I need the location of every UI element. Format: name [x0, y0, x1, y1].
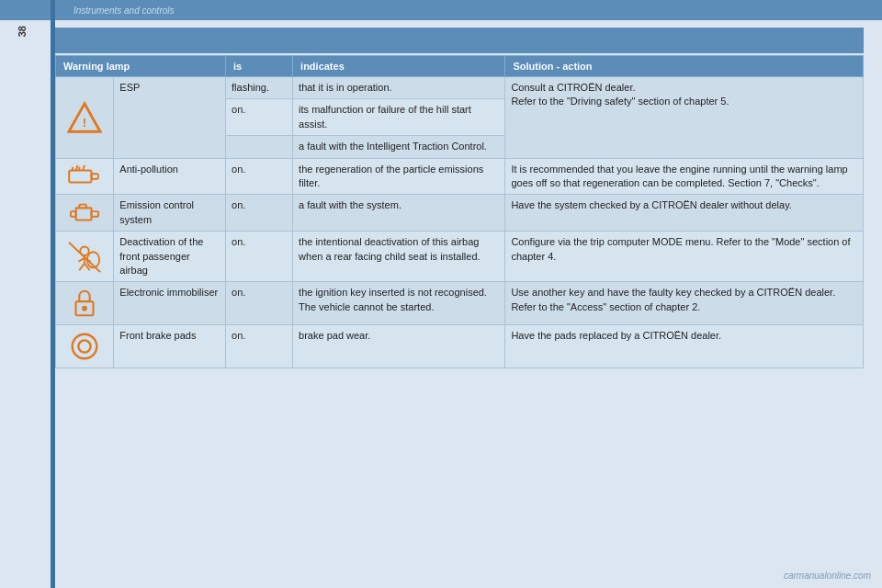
- header-solution: Solution - action: [505, 56, 864, 77]
- brake-icon: [60, 329, 109, 364]
- section-title: Instruments and controls: [74, 6, 175, 16]
- brake-solution: Have the pads replaced by a CITROËN deal…: [505, 325, 864, 368]
- antipollution-indicates: the regeneration of the particle emissio…: [293, 158, 505, 195]
- header-is: is: [226, 56, 293, 77]
- antipollution-icon: [60, 164, 109, 189]
- engine-svg-icon: [66, 199, 103, 227]
- title-row: [55, 28, 864, 53]
- immobiliser-svg-icon: [67, 286, 102, 321]
- esp-is-1: flashing.: [226, 77, 293, 99]
- table-row: ! ESP flashing. that it is in operation.…: [56, 77, 864, 99]
- svg-point-24: [73, 334, 97, 359]
- svg-point-25: [78, 341, 90, 353]
- warning-lamp-table: Warning lamp is indicates Solution - act…: [55, 55, 864, 368]
- airbag-indicates: the intentional deactivation of this air…: [293, 232, 505, 282]
- brake-svg-icon: [67, 329, 102, 364]
- esp-name: ESP: [114, 77, 226, 159]
- esp-indicates-2: its malfunction or failure of the hill s…: [293, 99, 505, 136]
- svg-line-18: [78, 258, 85, 262]
- table-row: Emission control system on. a fault with…: [56, 195, 864, 232]
- engine-icon: [60, 199, 109, 227]
- page-container: Instruments and controls 38 Warning lamp…: [0, 0, 882, 588]
- immobiliser-indicates: the ignition key inserted is not recogni…: [293, 282, 505, 325]
- airbag-is: on.: [226, 232, 293, 282]
- content-area: Warning lamp is indicates Solution - act…: [55, 28, 864, 368]
- esp-icon: !: [60, 100, 109, 135]
- engine-is: on.: [226, 195, 293, 232]
- esp-icon-cell: !: [56, 77, 114, 159]
- antipollution-solution: It is recommended that you leave the eng…: [505, 158, 864, 195]
- antipollution-is: on.: [226, 158, 293, 195]
- engine-icon-cell: [56, 195, 114, 232]
- brake-name: Front brake pads: [114, 325, 226, 368]
- svg-rect-8: [76, 208, 92, 220]
- immobiliser-icon-cell: [56, 282, 114, 325]
- esp-solution: Consult a CITROËN dealer.Refer to the "D…: [505, 77, 864, 159]
- svg-rect-9: [71, 211, 76, 217]
- svg-rect-2: [69, 170, 91, 182]
- airbag-icon: [60, 239, 109, 274]
- svg-rect-3: [92, 174, 98, 179]
- esp-is-3: [226, 136, 293, 158]
- airbag-solution: Configure via the trip computer MODE men…: [505, 232, 864, 282]
- engine-name: Emission control system: [114, 195, 226, 232]
- engine-solution: Have the system checked by a CITROËN dea…: [505, 195, 864, 232]
- esp-is-2: on.: [226, 99, 293, 136]
- antipollution-name: Anti-pollution: [114, 158, 226, 195]
- triangle-warning-icon: !: [67, 100, 102, 135]
- airbag-svg-icon: [67, 239, 102, 274]
- top-bar: Instruments and controls: [0, 0, 882, 20]
- svg-point-23: [82, 306, 87, 311]
- watermark: carmanualonline.com: [784, 571, 871, 581]
- esp-indicates-1: that it is in operation.: [293, 77, 505, 99]
- immobiliser-icon: [60, 286, 109, 321]
- immobiliser-solution: Use another key and have the faulty key …: [505, 282, 864, 325]
- table-row: Anti-pollution on. the regeneration of t…: [56, 158, 864, 195]
- side-bar: [51, 0, 55, 588]
- table-row: Front brake pads on. brake pad wear. Hav…: [56, 325, 864, 368]
- table-header-row: Warning lamp is indicates Solution - act…: [56, 56, 864, 77]
- table-row: Electronic immobiliser on. the ignition …: [56, 282, 864, 325]
- antipollution-svg-icon: [66, 164, 103, 189]
- esp-indicates-3: a fault with the Intelligent Traction Co…: [293, 136, 505, 158]
- immobiliser-name: Electronic immobiliser: [114, 282, 226, 325]
- table-row: Deactivation of the front passenger airb…: [56, 232, 864, 282]
- header-warning-lamp: Warning lamp: [56, 56, 226, 77]
- svg-text:!: !: [83, 115, 86, 129]
- immobiliser-is: on.: [226, 282, 293, 325]
- svg-line-16: [79, 264, 85, 271]
- airbag-icon-cell: [56, 232, 114, 282]
- page-number: 38: [17, 26, 28, 37]
- svg-rect-10: [92, 211, 99, 217]
- brake-indicates: brake pad wear.: [293, 325, 505, 368]
- brake-icon-cell: [56, 325, 114, 368]
- antipollution-icon-cell: [56, 158, 114, 195]
- airbag-name: Deactivation of the front passenger airb…: [114, 232, 226, 282]
- header-indicates: indicates: [293, 56, 505, 77]
- engine-indicates: a fault with the system.: [293, 195, 505, 232]
- brake-is: on.: [226, 325, 293, 368]
